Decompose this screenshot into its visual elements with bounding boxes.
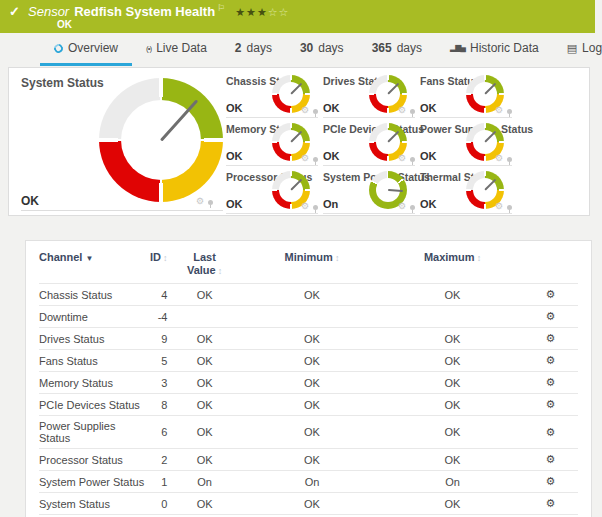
table-row[interactable]: Processor Status 2 OK OK OK ⚙ (39, 449, 578, 471)
cell-channel[interactable]: System Status (39, 493, 145, 515)
main-gauge-value: OK (21, 194, 39, 208)
sort-icon: ↕ (218, 266, 223, 276)
pin-icon[interactable] (507, 109, 512, 114)
gear-icon[interactable]: ⚙ (398, 154, 406, 163)
cell-minimum: On (242, 471, 383, 493)
cell-channel[interactable]: PCIe Devices Status (39, 394, 145, 416)
priority-stars[interactable]: ★★★☆☆ (235, 6, 289, 18)
tab-2-days[interactable]: 2 days (221, 33, 286, 66)
pin-icon[interactable] (313, 205, 318, 210)
cell-maximum: OK (382, 350, 523, 372)
system-status-gauge (99, 78, 223, 202)
channel-settings-gear-icon[interactable]: ⚙ (545, 376, 555, 388)
tab-overview[interactable]: Overview (40, 33, 132, 66)
column-header-minimum[interactable]: Minimum↕ (242, 246, 383, 284)
channel-settings-gear-icon[interactable]: ⚙ (545, 354, 555, 366)
cell-last-value: OK (167, 416, 241, 449)
gear-icon[interactable]: ⚙ (196, 197, 204, 206)
table-row[interactable]: PCIe Devices Status 8 OK OK OK ⚙ (39, 394, 578, 416)
stars-filled[interactable]: ★★★ (235, 6, 268, 18)
table-row[interactable]: System Status 0 OK OK OK ⚙ (39, 493, 578, 515)
gear-icon[interactable]: ⚙ (301, 154, 309, 163)
channel-settings-gear-icon[interactable]: ⚙ (545, 497, 555, 509)
cell-id: 2 (145, 449, 167, 471)
channel-settings-gear-icon[interactable]: ⚙ (545, 426, 555, 438)
gauge-needle (290, 83, 302, 95)
channel-settings-gear-icon[interactable]: ⚙ (545, 453, 555, 465)
gear-icon[interactable]: ⚙ (398, 202, 406, 211)
channel-settings-gear-icon[interactable]: ⚙ (545, 398, 555, 410)
table-row[interactable]: Memory Status 3 OK OK OK ⚙ (39, 372, 578, 394)
cell-channel[interactable]: System Power Status (39, 471, 145, 493)
tab-historic-data[interactable]: ▂▆▄ Historic Data (436, 33, 553, 66)
gear-icon[interactable]: ⚙ (495, 202, 503, 211)
tab-label: days (397, 41, 422, 55)
stars-empty[interactable]: ☆☆ (268, 6, 290, 18)
tab-number: 2 (235, 41, 242, 55)
cell-last-value: OK (167, 328, 241, 350)
tab-bar: Overview (•) Live Data 2 days 30 days 36… (0, 33, 602, 66)
cell-channel[interactable]: Drives Status (39, 328, 145, 350)
channel-settings-gear-icon[interactable]: ⚙ (545, 475, 555, 487)
mini-gauge-cell: Processor Status OK ⚙ (226, 166, 318, 214)
pin-icon[interactable] (507, 205, 512, 210)
cell-channel[interactable]: Power Supplies Status (39, 416, 145, 449)
column-header-channel[interactable]: Channel▼ (39, 246, 145, 284)
gear-icon[interactable]: ⚙ (398, 106, 406, 115)
table-row[interactable]: System Power Status 1 On On On ⚙ (39, 471, 578, 493)
cell-minimum: OK (242, 328, 383, 350)
mini-gauge-value: OK (226, 102, 243, 114)
cell-last-value: OK (167, 449, 241, 471)
channel-settings-gear-icon[interactable]: ⚙ (545, 288, 555, 300)
pin-icon[interactable] (410, 109, 415, 114)
table-row[interactable]: Chassis Status 4 OK OK OK ⚙ (39, 284, 578, 306)
cell-minimum: OK (242, 493, 383, 515)
gear-icon[interactable]: ⚙ (495, 106, 503, 115)
tab-30-days[interactable]: 30 days (286, 33, 358, 66)
gauge-needle (484, 179, 496, 191)
tab-label: days (318, 41, 343, 55)
tab-live-data[interactable]: (•) Live Data (132, 33, 221, 66)
mini-gauge-cell: Drives Status OK ⚙ (323, 70, 415, 118)
table-row[interactable]: Drives Status 9 OK OK OK ⚙ (39, 328, 578, 350)
column-header-maximum[interactable]: Maximum↕ (382, 246, 523, 284)
divider (21, 210, 223, 211)
pin-icon[interactable] (208, 200, 213, 205)
channel-settings-gear-icon[interactable]: ⚙ (545, 332, 555, 344)
pin-icon[interactable] (410, 157, 415, 162)
gear-icon[interactable]: ⚙ (495, 154, 503, 163)
gear-icon[interactable]: ⚙ (301, 202, 309, 211)
cell-actions: ⚙ (523, 350, 578, 372)
cell-channel[interactable]: Processor Status (39, 449, 145, 471)
cell-channel[interactable]: Downtime (39, 306, 145, 328)
column-header-id[interactable]: ID↕ (145, 246, 167, 284)
overview-panel: System Status OK ⚙ Chassis Status OK ⚙ D… (8, 67, 590, 216)
pin-icon[interactable] (313, 109, 318, 114)
cell-maximum: OK (382, 328, 523, 350)
sort-icon: ↕ (335, 253, 340, 263)
sensor-title[interactable]: Redfish System Health (74, 4, 215, 19)
pin-icon[interactable] (313, 157, 318, 162)
mini-gauge-cell: PCIe Devices Status OK ⚙ (323, 118, 415, 166)
table-row[interactable]: Power Supplies Status 6 OK OK OK ⚙ (39, 416, 578, 449)
tab-label: Live Data (156, 41, 207, 55)
priority-flag-icon[interactable]: ⚐ (217, 3, 225, 13)
tab-365-days[interactable]: 365 days (358, 33, 436, 66)
pin-icon[interactable] (507, 157, 512, 162)
table-row[interactable]: Fans Status 5 OK OK OK ⚙ (39, 350, 578, 372)
tab-label: Historic Data (470, 41, 539, 55)
mini-gauge-value: On (323, 198, 338, 210)
column-header-last-value[interactable]: Last Value↕ (167, 246, 241, 284)
mini-gauge-value: OK (226, 198, 243, 210)
cell-actions: ⚙ (523, 416, 578, 449)
mini-gauge-value: OK (420, 198, 437, 210)
pin-icon[interactable] (410, 205, 415, 210)
gauge-needle (160, 99, 198, 141)
cell-channel[interactable]: Fans Status (39, 350, 145, 372)
table-row[interactable]: Downtime -4 ⚙ (39, 306, 578, 328)
cell-channel[interactable]: Memory Status (39, 372, 145, 394)
channel-settings-gear-icon[interactable]: ⚙ (545, 310, 555, 322)
cell-channel[interactable]: Chassis Status (39, 284, 145, 306)
gear-icon[interactable]: ⚙ (301, 106, 309, 115)
tab-log[interactable]: ▤ Log (553, 33, 602, 66)
